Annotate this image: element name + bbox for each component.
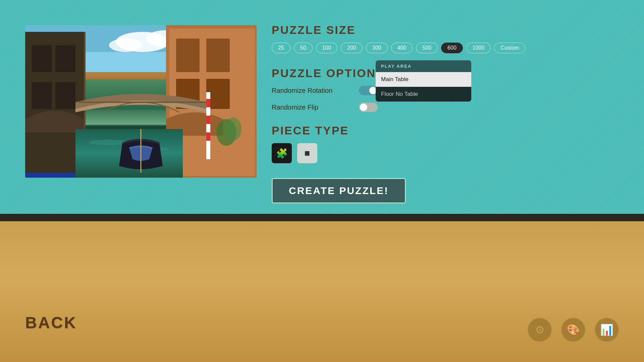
piece-type-buttons: 🧩 ■ — [272, 143, 627, 163]
toggle-knob-flip — [360, 104, 367, 111]
piece-type-section: PIECE TYPE 🧩 ■ — [272, 124, 627, 163]
size-btn-600[interactable]: 600 — [441, 43, 463, 53]
play-area-option-main-table[interactable]: Main Table — [376, 72, 471, 87]
svg-point-4 — [109, 39, 143, 52]
size-btn-50[interactable]: 50 — [294, 43, 313, 53]
stats-icon: 📊 — [600, 323, 613, 336]
settings-icon: ⚙ — [535, 323, 545, 336]
svg-rect-11 — [55, 82, 75, 109]
randomize-rotation-toggle[interactable] — [359, 86, 378, 95]
size-btn-200[interactable]: 200 — [341, 43, 363, 53]
size-btn-300[interactable]: 300 — [366, 43, 388, 53]
right-panel: PUZZLE SIZE 25 50 100 200 300 400 500 60… — [272, 23, 627, 203]
create-puzzle-button[interactable]: CREATE PUZZLE! — [272, 178, 406, 203]
svg-rect-9 — [55, 45, 75, 72]
size-btn-25[interactable]: 25 — [272, 43, 290, 53]
piece-type-title: PIECE TYPE — [272, 124, 627, 137]
settings-icon-button[interactable]: ⚙ — [528, 318, 552, 342]
svg-rect-8 — [32, 45, 52, 72]
play-area-panel: PLAY AREA Main Table Floor No Table — [376, 60, 471, 102]
svg-rect-26 — [206, 116, 210, 124]
play-area-option-floor-no-table[interactable]: Floor No Table — [376, 87, 471, 102]
svg-rect-25 — [206, 99, 210, 107]
size-btn-500[interactable]: 500 — [416, 43, 438, 53]
piece-btn-square[interactable]: ■ — [297, 143, 317, 163]
back-button[interactable]: BACK — [25, 313, 77, 332]
puzzle-size-title: PUZZLE SIZE — [272, 23, 627, 37]
randomize-rotation-label: Randomize Rotation — [272, 87, 359, 95]
svg-point-29 — [225, 117, 241, 141]
svg-rect-15 — [206, 39, 230, 72]
size-buttons-container: 25 50 100 200 300 400 500 600 1000 Custo… — [272, 43, 627, 53]
puzzle-piece-icon: 🧩 — [276, 148, 288, 159]
piece-btn-puzzle[interactable]: 🧩 — [272, 143, 292, 163]
randomize-flip-row: Randomize Flip — [272, 103, 627, 112]
svg-rect-14 — [176, 39, 200, 72]
palette-icon-button[interactable]: 🎨 — [561, 318, 585, 342]
palette-icon: 🎨 — [567, 323, 580, 336]
svg-rect-27 — [206, 132, 210, 141]
size-btn-400[interactable]: 400 — [391, 43, 413, 53]
bottom-icons-container: ⚙ 🎨 📊 — [528, 318, 619, 342]
stats-icon-button[interactable]: 📊 — [595, 318, 619, 342]
randomize-flip-toggle[interactable] — [359, 103, 378, 112]
randomize-flip-label: Randomize Flip — [272, 104, 359, 111]
puzzle-preview-image — [25, 25, 257, 178]
size-btn-custom[interactable]: Custom — [494, 43, 525, 53]
svg-rect-10 — [32, 82, 52, 109]
size-btn-100[interactable]: 100 — [316, 43, 338, 53]
size-btn-1000[interactable]: 1000 — [466, 43, 491, 53]
play-area-header: PLAY AREA — [376, 60, 471, 72]
square-piece-icon: ■ — [305, 148, 310, 159]
